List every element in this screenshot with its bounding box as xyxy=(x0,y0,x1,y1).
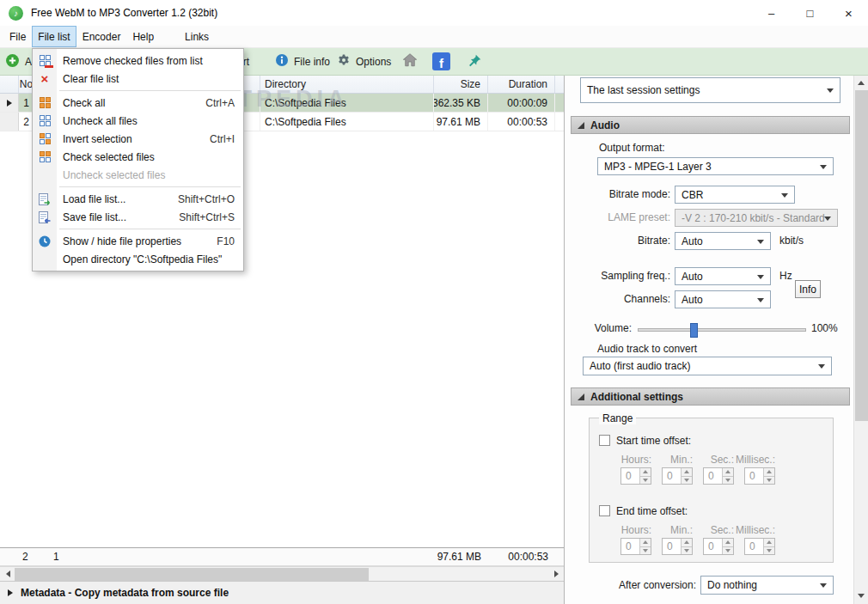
save-file-list-icon xyxy=(33,210,57,224)
menu-item-remove-checked[interactable]: Remove checked files from list xyxy=(33,52,243,70)
channels-combo[interactable]: Auto xyxy=(675,290,771,308)
app-window: ♪ Free WebM to MP3 Converter 1.2 (32bit)… xyxy=(0,0,868,604)
facebook-button[interactable]: f xyxy=(432,48,450,75)
spin-up-button[interactable] xyxy=(764,539,774,547)
scroll-down-button[interactable] xyxy=(854,589,868,603)
file-info-icon xyxy=(275,53,289,70)
volume-slider-track[interactable] xyxy=(638,328,806,332)
chevron-down-icon xyxy=(820,583,827,591)
uncheck-all-icon xyxy=(33,115,57,126)
range-label: Range xyxy=(599,412,636,424)
menubar-item-help[interactable]: Help xyxy=(126,26,160,47)
add-files-icon xyxy=(5,53,20,70)
facebook-icon: f xyxy=(432,52,450,70)
start-hours-spinner: 0 xyxy=(620,467,651,485)
spin-up-button[interactable] xyxy=(682,539,692,547)
horizontal-scroll-thumb[interactable] xyxy=(15,568,369,581)
spin-down-button[interactable] xyxy=(682,477,692,485)
menu-item-show-properties[interactable]: Show / hide file properties F10 xyxy=(33,232,243,250)
start-min-spinner: 0 xyxy=(662,467,693,485)
info-button[interactable]: Info xyxy=(795,280,821,298)
menubar-item-file-list[interactable]: File list xyxy=(32,26,76,47)
menu-separator xyxy=(59,90,241,91)
row-duration: 00:00:09 xyxy=(488,94,555,112)
lame-preset-label: LAME preset: xyxy=(565,211,670,223)
sampling-unit-label: Hz xyxy=(779,270,792,282)
end-time-offset-checkbox[interactable] xyxy=(599,505,610,516)
options-button[interactable]: Options xyxy=(337,48,391,75)
column-duration[interactable]: Duration xyxy=(488,76,555,93)
additional-settings-header[interactable]: Additional settings xyxy=(571,387,850,406)
summary-total-files: 2 xyxy=(22,551,28,563)
load-file-list-icon xyxy=(33,192,57,206)
vertical-scroll-thumb[interactable] xyxy=(855,90,868,421)
horizontal-scrollbar[interactable] xyxy=(0,566,564,581)
spin-up-button[interactable] xyxy=(682,468,692,477)
check-all-icon xyxy=(33,97,57,108)
vertical-scrollbar[interactable] xyxy=(853,76,868,604)
row-directory: C:\Softpedia Files xyxy=(260,113,434,131)
scroll-left-button[interactable] xyxy=(0,567,15,581)
spin-down-button[interactable] xyxy=(764,547,774,555)
column-size[interactable]: Size xyxy=(434,76,488,93)
file-info-button[interactable]: File info xyxy=(275,48,330,75)
menu-item-check-selected[interactable]: Check selected files xyxy=(33,148,243,166)
end-time-offset-label: End time offset: xyxy=(616,505,688,517)
file-properties-icon xyxy=(33,235,57,248)
audio-track-label: Audio track to convert xyxy=(597,343,697,355)
spin-down-button[interactable] xyxy=(640,547,651,555)
minimize-button[interactable]: – xyxy=(752,0,791,26)
chevron-down-icon xyxy=(757,240,764,247)
menu-item-save-list[interactable]: Save file list... Shift+Ctrl+S xyxy=(33,208,243,226)
title-bar: ♪ Free WebM to MP3 Converter 1.2 (32bit)… xyxy=(0,0,868,26)
spin-down-button[interactable] xyxy=(640,477,651,485)
output-format-combo[interactable]: MP3 - MPEG-1 Layer 3 xyxy=(597,157,834,175)
bitrate-unit-label: kbit/s xyxy=(779,235,804,247)
scroll-up-button[interactable] xyxy=(854,76,868,89)
audio-section-header[interactable]: Audio xyxy=(571,116,850,134)
start-sec-spinner: 0 xyxy=(703,467,734,485)
menu-item-invert-selection[interactable]: Invert selection Ctrl+I xyxy=(33,130,243,148)
end-hours-spinner: 0 xyxy=(620,538,651,555)
output-format-label: Output format: xyxy=(599,142,665,154)
spin-up-button[interactable] xyxy=(723,539,733,547)
bitrate-mode-combo[interactable]: CBR xyxy=(675,186,795,204)
pushpin-icon xyxy=(468,53,482,70)
row-size: 97.61 MB xyxy=(434,113,488,131)
gear-icon xyxy=(337,53,351,70)
spin-up-button[interactable] xyxy=(723,468,733,477)
metadata-bar[interactable]: Metadata - Copy metadata from source fil… xyxy=(0,581,564,604)
spin-up-button[interactable] xyxy=(640,468,651,477)
menu-item-check-all[interactable]: Check all Ctrl+A xyxy=(33,94,243,112)
menubar-item-file[interactable]: File xyxy=(3,26,32,47)
start-time-offset-checkbox[interactable] xyxy=(599,435,610,446)
channels-label: Channels: xyxy=(565,293,670,305)
session-preset-combo[interactable]: The last session settings xyxy=(580,77,840,103)
home-button[interactable] xyxy=(402,48,418,75)
column-directory[interactable]: Directory xyxy=(260,76,434,93)
maximize-button[interactable]: □ xyxy=(791,0,829,26)
spin-up-button[interactable] xyxy=(640,539,651,547)
volume-slider-thumb[interactable] xyxy=(690,323,698,338)
spin-up-button[interactable] xyxy=(764,468,774,477)
menubar-item-links[interactable]: Links xyxy=(179,26,215,47)
spin-down-button[interactable] xyxy=(764,477,774,485)
menu-item-load-list[interactable]: Load file list... Shift+Ctrl+O xyxy=(33,190,243,208)
spin-down-button[interactable] xyxy=(682,547,692,555)
scroll-right-button[interactable] xyxy=(549,567,564,581)
lame-preset-combo: -V 2 : 170-210 kbit/s - Standard xyxy=(675,209,838,227)
bitrate-combo[interactable]: Auto xyxy=(675,232,771,250)
menu-item-uncheck-all[interactable]: Uncheck all files xyxy=(33,112,243,130)
bitrate-mode-label: Bitrate mode: xyxy=(565,188,670,200)
spin-down-button[interactable] xyxy=(723,477,733,485)
menu-item-uncheck-selected: Uncheck selected files xyxy=(33,166,243,184)
stay-on-top-button[interactable] xyxy=(468,48,482,75)
spin-down-button[interactable] xyxy=(723,547,733,555)
after-conversion-combo[interactable]: Do nothing xyxy=(700,576,834,595)
sampling-freq-combo[interactable]: Auto xyxy=(675,267,771,285)
menubar-item-encoder[interactable]: Encoder xyxy=(76,26,127,47)
close-button[interactable]: × xyxy=(829,0,868,26)
audio-track-combo[interactable]: Auto (first audio track) xyxy=(583,357,832,375)
menu-item-open-directory[interactable]: Open directory "C:\Softpedia Files" xyxy=(33,250,243,268)
menu-item-clear-list[interactable]: × Clear file list xyxy=(33,70,243,88)
